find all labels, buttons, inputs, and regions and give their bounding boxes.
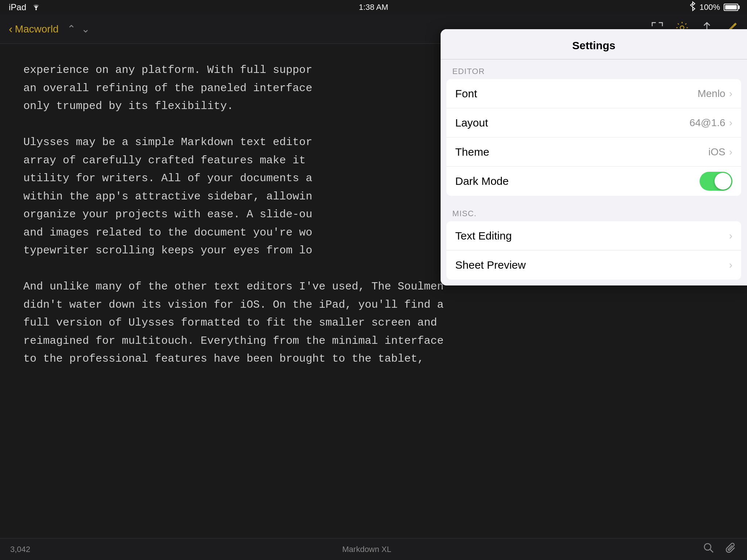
darkmode-right — [700, 172, 732, 191]
sheet-preview-label: Sheet Preview — [455, 259, 526, 271]
bluetooth-icon — [689, 1, 696, 13]
bottom-bar: 3,042 Markdown XL — [0, 538, 747, 560]
settings-row-darkmode[interactable]: Dark Mode — [446, 167, 741, 196]
settings-row-text-editing[interactable]: Text Editing › — [446, 221, 741, 250]
theme-chevron-icon: › — [729, 146, 732, 158]
theme-value: iOS — [708, 146, 725, 158]
darkmode-toggle[interactable] — [700, 172, 732, 191]
device-label: iPad — [9, 2, 26, 12]
sheet-preview-right: › — [729, 259, 732, 271]
battery-icon — [724, 4, 738, 11]
settings-row-sheet-preview[interactable]: Sheet Preview › — [446, 250, 741, 280]
darkmode-label: Dark Mode — [455, 175, 509, 187]
settings-title: Settings — [441, 29, 747, 59]
settings-pointer — [672, 42, 685, 51]
layout-right: 64@1.6 › — [689, 117, 732, 129]
settings-section-editor: EDITOR — [441, 59, 747, 79]
toolbar-left: ‹ Macworld ⌃ ⌄ — [9, 22, 90, 36]
settings-row-theme[interactable]: Theme iOS › — [446, 137, 741, 167]
font-right: Menlo › — [697, 88, 732, 100]
back-button[interactable]: ‹ Macworld — [9, 22, 58, 36]
theme-label: Theme — [455, 146, 489, 158]
status-bar-left: iPad — [9, 2, 42, 12]
battery-percent: 100% — [700, 3, 720, 12]
doc-type: Markdown XL — [342, 545, 391, 554]
text-editing-label: Text Editing — [455, 230, 512, 242]
nav-up-button[interactable]: ⌃ — [67, 23, 76, 35]
text-editing-chevron-icon: › — [729, 230, 732, 242]
word-count: 3,042 — [10, 545, 30, 554]
font-label: Font — [455, 88, 477, 100]
settings-panel: Settings EDITOR Font Menlo › Layout 64@1… — [441, 29, 747, 285]
nav-down-button[interactable]: ⌄ — [81, 23, 90, 35]
toggle-knob — [715, 173, 731, 190]
attachment-icon[interactable] — [726, 542, 737, 556]
search-icon[interactable] — [703, 542, 714, 556]
layout-chevron-icon: › — [729, 117, 732, 129]
layout-label: Layout — [455, 117, 488, 129]
text-editing-right: › — [729, 230, 732, 242]
svg-point-2 — [704, 544, 711, 550]
status-bar: iPad 1:38 AM 100% — [0, 0, 747, 15]
settings-section-misc: MISC. — [441, 202, 747, 221]
wifi-icon — [31, 2, 42, 12]
svg-point-0 — [35, 9, 37, 10]
time-display: 1:38 AM — [359, 3, 388, 12]
sheet-preview-chevron-icon: › — [729, 259, 732, 271]
bottom-icons — [703, 542, 737, 556]
layout-value: 64@1.6 — [689, 117, 725, 129]
nav-arrows: ⌃ ⌄ — [67, 23, 90, 35]
font-chevron-icon: › — [729, 88, 732, 100]
svg-point-1 — [680, 26, 684, 30]
status-bar-right: 100% — [689, 1, 738, 13]
settings-row-font[interactable]: Font Menlo › — [446, 79, 741, 108]
settings-group-editor: Font Menlo › Layout 64@1.6 › Theme iOS ›… — [446, 79, 741, 196]
back-label: Macworld — [15, 23, 59, 35]
theme-right: iOS › — [708, 146, 732, 158]
back-chevron-icon: ‹ — [9, 22, 13, 36]
settings-group-misc: Text Editing › Sheet Preview › — [446, 221, 741, 280]
font-value: Menlo — [697, 88, 725, 100]
settings-row-layout[interactable]: Layout 64@1.6 › — [446, 108, 741, 137]
